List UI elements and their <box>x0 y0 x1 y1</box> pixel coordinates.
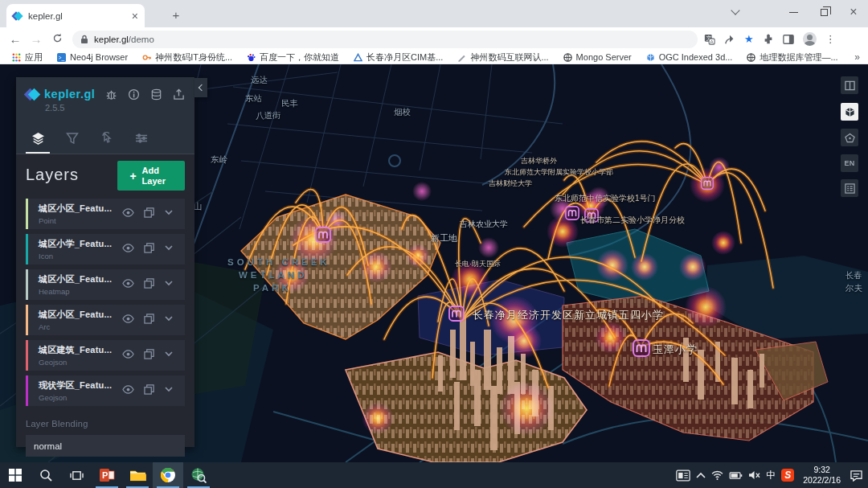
address-bar[interactable]: kepler.gl/demo <box>72 31 698 48</box>
info-icon[interactable] <box>128 88 140 100</box>
extensions-icon[interactable] <box>763 34 774 45</box>
database-icon[interactable] <box>150 88 162 100</box>
bookmark-cim[interactable]: 长春净月区CIM基... <box>348 51 448 64</box>
eye-icon[interactable] <box>122 314 134 324</box>
eye-icon[interactable] <box>122 278 134 289</box>
draw-polygon-button[interactable] <box>841 129 858 146</box>
apps-grid-icon <box>12 53 21 62</box>
tab-basemap[interactable] <box>129 132 154 154</box>
layer-row[interactable]: 城区小学_Featu... Icon <box>26 234 185 265</box>
side-panel-icon[interactable] <box>783 34 794 45</box>
legend-button[interactable] <box>841 179 858 197</box>
locale-button[interactable]: EN <box>841 154 858 172</box>
chevron-down-icon[interactable] <box>164 314 174 323</box>
chevron-down-icon[interactable] <box>164 278 174 288</box>
eye-icon[interactable] <box>122 349 134 359</box>
bookmarks-bar: 应用 >_ Neo4j Browser 神州数码IT身份统... 百度一下，你就… <box>0 51 868 64</box>
lock-icon <box>80 35 88 44</box>
tab-layers[interactable] <box>26 132 50 154</box>
layer-color-bar <box>26 199 28 229</box>
eye-icon[interactable] <box>122 207 134 218</box>
reload-button[interactable] <box>47 32 68 46</box>
action-center-icon[interactable] <box>850 470 863 482</box>
battery-icon[interactable] <box>729 471 743 480</box>
split-map-button[interactable] <box>841 76 858 94</box>
bookmark-neo4j[interactable]: >_ Neo4j Browser <box>51 51 133 64</box>
chevron-down-icon[interactable] <box>164 207 174 217</box>
bookmark-star-icon[interactable]: ★ <box>744 33 754 45</box>
taskbar-gis-app[interactable] <box>183 462 214 488</box>
close-button[interactable]: × <box>838 0 868 24</box>
tab-filters[interactable] <box>60 132 84 154</box>
chevron-down-icon[interactable] <box>164 243 174 252</box>
taskbar-powerpoint[interactable]: P <box>92 462 122 488</box>
layer-color-bar <box>26 269 28 300</box>
chevron-down-icon[interactable] <box>164 384 174 394</box>
add-layer-button[interactable]: +Add Layer <box>117 161 185 191</box>
clock-time: 9:32 <box>803 465 841 475</box>
layer-blending-select[interactable]: normal <box>26 435 185 457</box>
layer-row[interactable]: 城区小区_Featu... Point <box>26 199 185 229</box>
sogou-input-icon[interactable]: S <box>781 469 794 482</box>
cube-icon <box>646 53 655 62</box>
task-view-button[interactable] <box>61 462 92 488</box>
new-tab-button[interactable]: + <box>167 6 185 24</box>
taskbar-file-explorer[interactable] <box>122 462 153 488</box>
duplicate-icon[interactable] <box>144 243 154 253</box>
duplicate-icon[interactable] <box>144 384 154 395</box>
menu-kebab-icon[interactable]: ⋮ <box>825 33 836 45</box>
eye-icon[interactable] <box>122 243 134 253</box>
wifi-icon[interactable] <box>711 470 723 480</box>
bookmark-apps[interactable]: 应用 <box>6 51 48 64</box>
layer-row[interactable]: 城区小区_Featu... Arc <box>26 305 185 335</box>
layer-row[interactable]: 城区建筑_Featu... Geojson <box>26 340 185 371</box>
eye-icon[interactable] <box>122 384 134 395</box>
ime-indicator[interactable]: 中 <box>766 469 776 482</box>
tab-interactions[interactable] <box>95 132 119 154</box>
kepler-logo <box>26 88 39 100</box>
bug-icon[interactable] <box>105 88 117 100</box>
profile-avatar[interactable] <box>803 32 817 46</box>
bookmark-baidu[interactable]: 百度一下，你就知道 <box>241 51 345 64</box>
panel-collapse-button[interactable] <box>194 78 207 97</box>
taskbar-chrome[interactable] <box>153 462 183 488</box>
kepler-side-panel: kepler.gl 2.5.5 Layers +Add Layer <box>16 77 194 447</box>
volume-muted-icon[interactable] <box>748 470 760 480</box>
news-widget-icon[interactable] <box>676 470 690 482</box>
tab-search-icon[interactable] <box>720 0 751 24</box>
layer-color-bar <box>26 340 28 371</box>
taskbar-clock[interactable]: 9:32 2022/2/16 <box>800 465 844 486</box>
duplicate-icon[interactable] <box>144 349 154 359</box>
share-icon[interactable] <box>724 34 735 45</box>
browser-tab[interactable]: kepler.gl × <box>6 4 145 27</box>
tab-strip: kepler.gl × + × <box>0 0 868 27</box>
school-marker-icon <box>449 306 464 321</box>
duplicate-icon[interactable] <box>144 314 154 324</box>
bookmark-geodb[interactable]: 地理数据库管理—... <box>741 51 843 64</box>
restore-button[interactable] <box>809 0 839 24</box>
start-button[interactable] <box>0 462 31 488</box>
duplicate-icon[interactable] <box>144 207 154 218</box>
chevron-down-icon[interactable] <box>164 349 174 359</box>
bookmark-identity[interactable]: 神州数码IT身份统... <box>137 51 238 64</box>
back-button[interactable]: ← <box>5 32 26 46</box>
bookmark-ogc[interactable]: OGC Indexed 3d... <box>641 51 739 64</box>
bookmarks-overflow-chevron[interactable]: » <box>854 51 860 63</box>
minimize-button[interactable] <box>778 0 809 24</box>
tray-expand-chevron-icon[interactable] <box>696 472 706 478</box>
duplicate-icon[interactable] <box>144 278 154 289</box>
layer-list: 城区小区_Featu... Point 城区小学_Featu... Icon <box>26 199 185 406</box>
bookmark-mongo[interactable]: Mongo Server <box>558 51 637 64</box>
export-icon[interactable] <box>173 88 185 100</box>
toggle-3d-button[interactable] <box>841 103 858 121</box>
layer-color-bar <box>26 305 28 335</box>
bookmark-internet-auth[interactable]: 神州数码互联网认... <box>452 51 554 64</box>
map-canvas[interactable]: 远达 东站 民丰 八道街 烟校 东岭 家山 SOUTH CREEK WETLAN… <box>0 64 868 462</box>
forward-button[interactable]: → <box>26 32 47 46</box>
tab-close-icon[interactable]: × <box>132 10 138 22</box>
tab-title: kepler.gl <box>28 11 132 21</box>
translate-icon[interactable]: 文A <box>704 34 715 45</box>
taskbar-search-button[interactable] <box>31 462 61 488</box>
layer-row[interactable]: 现状学区_Featu... Geojson <box>26 375 185 406</box>
layer-row[interactable]: 城区小区_Featu... Heatmap <box>26 269 185 300</box>
